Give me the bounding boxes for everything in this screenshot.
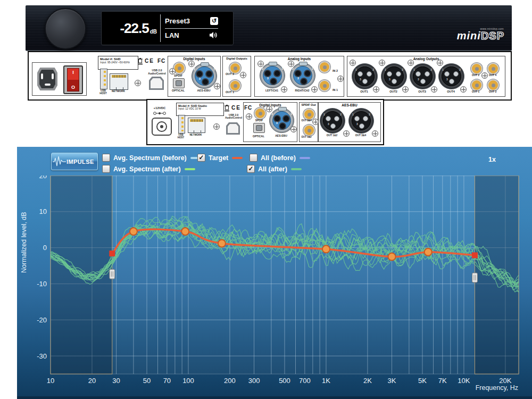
- spdif-out34-jack: [303, 109, 315, 120]
- legend-all-after: ✓ All (after): [247, 165, 302, 173]
- analog-in1-jack: [319, 80, 330, 92]
- y-tick-label: 0: [43, 244, 47, 252]
- logo-website: www.minidsp.com: [480, 27, 504, 30]
- y-tick-label: -10: [37, 280, 47, 288]
- analog-inputs-section: Analog Inputs 2 1 3 LEFT/CH1 2 1 3 RIGHT…: [254, 56, 344, 97]
- x-tick-label: 100: [182, 377, 194, 385]
- model-label: Model #: SHD Studio Input: 12 VDC 10 W: [176, 103, 224, 116]
- rear-panel-shd-studio-photo: +12VDC Model #: SHD Studio Input: 12 VDC…: [146, 99, 384, 145]
- screw: [402, 86, 409, 93]
- target-control-point[interactable]: [388, 253, 396, 261]
- screw: [290, 126, 297, 132]
- iec-power-inlet: [37, 68, 57, 90]
- y-tick-label: 10: [39, 207, 47, 215]
- minidsp-logo: www.minidsp.com mini DSP: [457, 30, 504, 42]
- x-tick-label: 300: [248, 377, 260, 385]
- target-control-point[interactable]: [322, 245, 330, 253]
- legend-avg-spectrum-after: Avg. Spectrum (after): [102, 165, 195, 173]
- rear-panel-shd-photo: I O Model #: SHD Input: 95-240V ~50-60Hz…: [28, 51, 512, 101]
- network-port: [110, 73, 128, 90]
- page: -22.5 dB Preset3 ↺ LAN: [0, 0, 532, 399]
- spdif-label: SPDIF: [168, 74, 188, 77]
- response-plot: 10203050701002003005007001K2K3K5K7K10K20…: [28, 176, 532, 395]
- spdif-input-jack: [254, 107, 266, 119]
- screw: [288, 61, 294, 67]
- preset-label: Preset3: [165, 17, 190, 25]
- optical-label: OPTICAL: [168, 89, 188, 92]
- digital-inputs-section: Digital Inputs SPDIF OPTICAL 2 1 3 AES-E…: [243, 102, 297, 142]
- volume-value: -22.5: [120, 20, 148, 37]
- target-control-point[interactable]: [130, 228, 137, 235]
- checkbox-avg-spectrum-after[interactable]: [102, 165, 110, 173]
- aes-out34-xlr: 1 2 3: [348, 108, 374, 134]
- zoom-level: 1x: [488, 156, 496, 163]
- x-tick-label: 10K: [458, 377, 470, 385]
- aes-ebu-input-xlr: 2 1 3: [192, 63, 217, 89]
- spdif-out-section: SPDIF Out OUT 3&4 OUT 1&2: [299, 102, 318, 142]
- source-label: LAN: [165, 31, 179, 39]
- x-tick-label: 3K: [388, 377, 396, 385]
- legend-swatch: [300, 157, 310, 159]
- checkbox-all-before[interactable]: [250, 154, 257, 162]
- excluded-region-low: [51, 176, 112, 374]
- filter-range-handle[interactable]: [472, 273, 477, 282]
- network-label: NETWORK: [106, 90, 130, 93]
- screw: [311, 86, 318, 93]
- x-tick-label: 50: [143, 377, 151, 385]
- screw: [240, 72, 246, 78]
- screw: [408, 60, 414, 66]
- polarity-icon: [153, 111, 166, 115]
- target-control-point[interactable]: [218, 239, 226, 247]
- rca-out4-jack: [487, 63, 499, 74]
- display-divider: [160, 14, 161, 42]
- x-tick-label: 30: [112, 377, 120, 385]
- model-label: Model #: SHD Input: 95-240V ~50-60Hz: [98, 56, 138, 70]
- aes-ebu-out-section: AES-EBU 1 2 3 OUT 1&2 1 2 3 OUT 3&4: [318, 102, 381, 142]
- usb-host-port: [178, 115, 185, 134]
- analog-out4-xlr: 1 2 3: [438, 63, 464, 89]
- screw: [373, 86, 379, 93]
- screw: [213, 123, 220, 130]
- checkbox-target[interactable]: ✓: [197, 154, 205, 162]
- x-tick-label: 10: [47, 377, 54, 385]
- spdif-out12-jack: [303, 124, 315, 136]
- legend-target: ✓ Target: [197, 154, 243, 162]
- weee-icon: [224, 104, 230, 112]
- screw: [460, 86, 467, 93]
- y-tick-label: 20: [39, 176, 47, 180]
- screw: [135, 80, 141, 86]
- target-endpoint[interactable]: [472, 252, 478, 258]
- filter-range-handle[interactable]: [110, 269, 115, 279]
- optical-input: [173, 78, 185, 88]
- y-axis-title: Normalized level, dB: [20, 200, 28, 285]
- screw: [188, 61, 195, 67]
- impulse-button[interactable]: IMPULSE: [51, 153, 98, 170]
- analog-out2-xlr: 1 2 3: [381, 63, 407, 89]
- x-tick-label: 1K: [322, 377, 330, 385]
- x-tick-label: 70: [163, 377, 171, 385]
- analog-input-right-xlr: 2 1 3: [290, 63, 315, 88]
- front-panel-photo: -22.5 dB Preset3 ↺ LAN: [26, 5, 512, 51]
- screw: [281, 86, 287, 93]
- screw: [372, 130, 378, 137]
- rca-out2-jack: [471, 63, 483, 74]
- checkbox-all-after[interactable]: ✓: [247, 165, 255, 173]
- fcc-mark: FC: [157, 58, 165, 64]
- impulse-waveform-icon: [52, 155, 66, 169]
- aes-label: AES-EBU: [192, 89, 216, 92]
- rca-out1-jack: [471, 79, 483, 91]
- dc-jack: [152, 118, 172, 136]
- target-endpoint[interactable]: [109, 251, 115, 256]
- target-control-point[interactable]: [425, 248, 432, 256]
- screw: [266, 106, 272, 112]
- target-control-point[interactable]: [181, 228, 189, 235]
- network-port: [188, 118, 205, 133]
- volume-knob: [45, 8, 86, 49]
- dirac-response-chart: IMPULSE Avg. Spectrum (before) ✓ Target …: [17, 147, 532, 399]
- legend-avg-spectrum-before: Avg. Spectrum (before): [102, 154, 201, 162]
- legend-swatch: [232, 157, 243, 159]
- network-label: NETWORK: [185, 134, 207, 136]
- oled-display: -22.5 dB Preset3 ↺ LAN: [101, 11, 234, 45]
- preset-loop-icon: ↺: [210, 17, 218, 25]
- checkbox-avg-spectrum-before[interactable]: [102, 154, 110, 162]
